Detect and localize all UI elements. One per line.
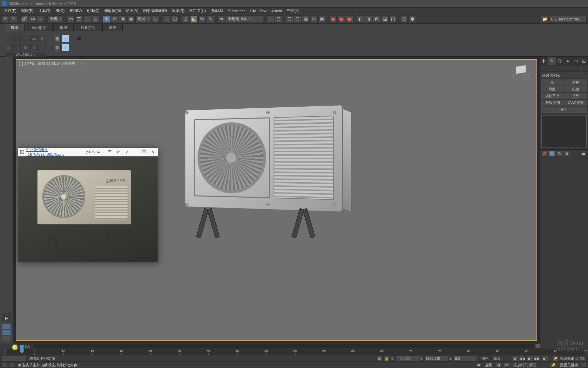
link-button[interactable]: 🔗 <box>20 15 28 23</box>
viewport-layout-3[interactable] <box>2 336 11 341</box>
next-frame-button[interactable]: ▶▶ <box>534 356 541 361</box>
listener-icon[interactable] <box>10 362 16 368</box>
menu-Civil View[interactable]: Civil View <box>249 8 268 14</box>
ref-coord-dropdown[interactable]: 视图 <box>135 15 151 23</box>
menu-创建(C)[interactable]: 创建(C) <box>85 7 101 14</box>
prev-frame-button[interactable]: ◀◀ <box>519 356 526 361</box>
poly-edge-button[interactable]: ⟋ <box>13 35 21 42</box>
play-script-button[interactable]: ▶ <box>2 313 11 322</box>
add-time-tag-label[interactable]: 添加时间标记 <box>513 363 536 368</box>
snap-tool-2[interactable]: ◨ <box>365 15 372 23</box>
viewport-layout-2[interactable] <box>2 330 11 335</box>
menu-视图(V)[interactable]: 视图(V) <box>68 7 84 14</box>
angle-snap-button[interactable]: ∡ <box>182 15 190 23</box>
ribbon-tab-对象控制[interactable]: 对象控制 <box>74 24 102 31</box>
menu-脚本(S)[interactable]: 脚本(S) <box>209 7 225 14</box>
hscroll-right[interactable] <box>536 344 540 348</box>
unlink-button[interactable]: ⫘ <box>29 15 36 23</box>
time-tag-icon[interactable]: 🏷 <box>504 362 510 368</box>
scale-button[interactable]: ▣ <box>119 15 126 23</box>
snap-tool-4[interactable]: ◪ <box>381 15 389 23</box>
enable-key-icon[interactable]: ⏺ <box>476 362 482 368</box>
named-selection-dropdown[interactable]: 创建选择集 <box>226 15 263 23</box>
render-region-button[interactable]: 🫖 <box>346 15 353 23</box>
maxscript-mini-listener[interactable] <box>1 356 26 361</box>
rb-g[interactable]: ▤ <box>62 35 69 42</box>
rb-c[interactable]: ⊞ <box>22 44 29 51</box>
viewport-menu-plus[interactable]: [+] <box>19 62 23 66</box>
viewport-layout-1[interactable] <box>2 324 11 329</box>
rb-a[interactable]: ⊡ <box>5 44 12 51</box>
play-button[interactable]: ▶ <box>526 356 533 361</box>
autokey-label[interactable]: 自动关键点 <box>559 356 578 361</box>
rb-d[interactable]: ⊟ <box>30 44 38 51</box>
ribbon-tab-自由形式[interactable]: 自由形式 <box>25 24 53 31</box>
display-tab[interactable]: ▭ <box>572 57 580 65</box>
key-mode-button[interactable]: 🔑 <box>552 356 558 361</box>
selected-label[interactable]: 选定 <box>579 356 587 361</box>
cmd-color-swatch[interactable] <box>581 66 588 71</box>
script-icon[interactable] <box>1 362 7 368</box>
menu-文件(F)[interactable]: 文件(F) <box>3 7 18 14</box>
spinner-snap-button[interactable]: % <box>198 15 206 23</box>
viewport-filter-icon[interactable]: ▼ <box>80 61 85 66</box>
rect-select-icon[interactable]: ⬚ <box>84 15 91 23</box>
configure-sets-icon[interactable]: ☰ <box>581 151 587 157</box>
menu-自定义(U)[interactable]: 自定义(U) <box>188 7 207 14</box>
selection-filter-dropdown[interactable]: 全部 <box>48 15 64 23</box>
menu-渲染(R)[interactable]: 渲染(R) <box>170 7 186 14</box>
refwin-fullscreen-icon[interactable]: ⤢ <box>124 149 130 155</box>
modifier-UVW 贴图[interactable]: UVW 贴图 <box>541 100 564 106</box>
pin-stack-icon[interactable]: 📌 <box>541 151 547 157</box>
modifier-壳[interactable]: 壳 <box>541 79 564 86</box>
edged-button[interactable]: ✎ <box>207 15 214 23</box>
viewport-menu-view[interactable]: [透视] <box>25 61 35 66</box>
modifier-对称[interactable]: 对称 <box>564 79 587 86</box>
refwin-close-icon[interactable]: ✕ <box>149 149 156 155</box>
modifier-UVW 展开[interactable]: UVW 展开 <box>564 100 587 106</box>
modifier-扭曲[interactable]: 扭曲 <box>564 86 587 92</box>
undo-button[interactable]: ↶ <box>1 15 9 23</box>
modifier-推力[interactable]: 推力 <box>541 107 587 113</box>
remove-modifier-icon[interactable]: 🗑 <box>564 151 570 157</box>
y-coord[interactable]: 9626.642 <box>424 356 448 361</box>
snap-3d-button[interactable]: ⊞ <box>171 15 179 23</box>
goto-start-button[interactable]: ⏮ <box>511 356 518 361</box>
show-end-result-icon[interactable]: ▯ <box>549 151 555 157</box>
schematic-button[interactable]: ☳ <box>286 15 293 23</box>
refwin-rotate-icon[interactable]: ⟳ <box>115 149 122 155</box>
enable-toggle[interactable]: ◑ <box>496 362 502 368</box>
viewport-menu-quality[interactable]: [高质量] <box>37 61 50 66</box>
poly-element-button[interactable]: ◧ <box>39 35 46 42</box>
rb-f[interactable]: ▦ <box>53 35 61 42</box>
snap-tool-1[interactable]: ◧ <box>357 15 364 23</box>
mirror-button[interactable]: ⇋ <box>217 15 225 23</box>
material-editor-button[interactable]: ▦ <box>302 15 310 23</box>
render-last-button[interactable]: 🫖 <box>337 15 345 23</box>
set-key-large-button[interactable]: 🔑 <box>550 362 556 368</box>
folder-icon[interactable]: 📁 <box>541 15 548 23</box>
motion-tab[interactable]: ● <box>564 57 572 65</box>
menu-Arnold[interactable]: Arnold <box>270 8 284 14</box>
time-slider[interactable]: 0510152025303540455055606570758085909510… <box>5 349 585 355</box>
refwin-minimize-icon[interactable]: — <box>132 149 139 155</box>
view-cube[interactable] <box>512 64 530 81</box>
modifier-弯曲[interactable]: 弯曲 <box>541 86 564 92</box>
setkey-label[interactable]: 设置关键点 <box>560 363 578 368</box>
ribbon-tab-建模[interactable]: 建模 <box>4 24 25 31</box>
window-crossing-button[interactable]: ⊡ <box>92 15 99 23</box>
z-coord[interactable]: 0.0 <box>454 356 478 361</box>
pivot-button[interactable]: ⊕ <box>152 15 160 23</box>
menu-编辑(E)[interactable]: 编辑(E) <box>20 7 35 14</box>
bind-button[interactable]: ≋ <box>37 15 44 23</box>
x-coord[interactable]: -432.803 <box>395 356 419 361</box>
menu-图形编辑器(D)[interactable]: 图形编辑器(D) <box>142 7 168 14</box>
snap-tool-3[interactable]: ◩ <box>373 15 380 23</box>
modifier-法线[interactable]: 法线 <box>564 93 587 99</box>
render-frame-button[interactable]: ▣ <box>318 15 326 23</box>
tool-b[interactable]: ⬢ <box>408 15 416 23</box>
render-setup-button[interactable]: ⚙ <box>310 15 318 23</box>
poly-poly-button[interactable]: ▬ <box>30 35 38 42</box>
rb-e[interactable]: ○ <box>39 44 46 51</box>
ribbon-tab-填充[interactable]: 填充 <box>102 24 123 31</box>
